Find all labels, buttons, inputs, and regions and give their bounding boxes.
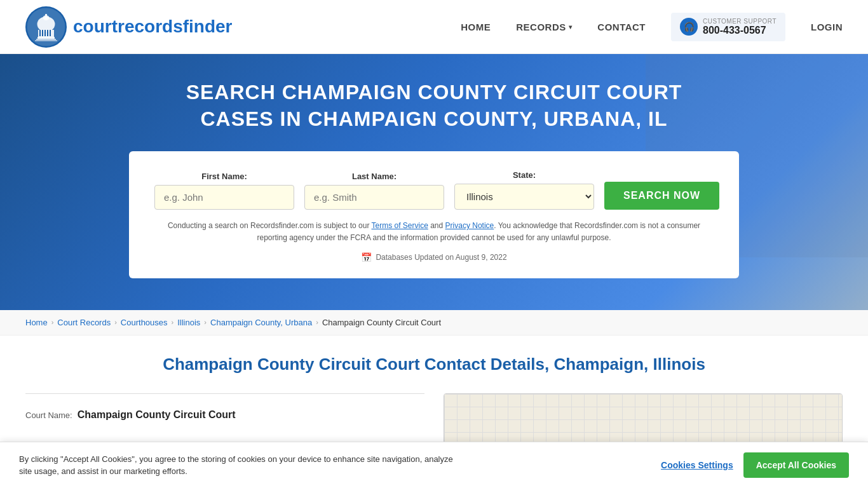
- court-name-label: Court Name:: [25, 410, 72, 420]
- last-name-label: Last Name:: [304, 172, 444, 181]
- logo-icon: [25, 6, 67, 48]
- first-name-label: First Name:: [154, 172, 294, 181]
- header: courtrecordsfinder HOME RECORDS ▾ CONTAC…: [0, 0, 868, 54]
- breadcrumb-champaign-urbana[interactable]: Champaign County, Urbana: [210, 318, 312, 327]
- svg-rect-10: [50, 30, 51, 36]
- first-name-input[interactable]: [154, 185, 294, 210]
- svg-rect-5: [45, 14, 47, 19]
- breadcrumb-sep-5: ›: [316, 318, 318, 326]
- search-fields: First Name: Last Name: State: Illinois A…: [154, 170, 714, 210]
- headphone-icon: 🎧: [680, 18, 698, 36]
- search-disclaimer: Conducting a search on Recordsfinder.com…: [154, 220, 714, 244]
- svg-rect-11: [37, 37, 55, 39]
- breadcrumb-sep-4: ›: [204, 318, 207, 326]
- chevron-down-icon: ▾: [569, 24, 573, 30]
- first-name-field-group: First Name:: [154, 172, 294, 210]
- customer-support-area[interactable]: 🎧 CUSTOMER SUPPORT 800-433-0567: [671, 13, 785, 41]
- nav-home[interactable]: HOME: [461, 22, 491, 32]
- cookie-text: By clicking "Accept All Cookies", you ag…: [19, 453, 464, 478]
- svg-rect-6: [39, 30, 41, 36]
- cookie-actions: Cookies Settings Accept All Cookies: [661, 452, 849, 478]
- svg-rect-9: [47, 30, 48, 36]
- svg-rect-12: [36, 39, 56, 40]
- page-heading: Champaign County Circuit Court Contact D…: [25, 355, 843, 374]
- court-name-value: Champaign County Circuit Court: [78, 409, 236, 421]
- breadcrumb-illinois[interactable]: Illinois: [177, 318, 200, 327]
- support-phone: 800-433-0567: [703, 25, 776, 36]
- breadcrumb-sep-1: ›: [51, 318, 54, 326]
- db-updated: 📅 Databases Updated on August 9, 2022: [154, 252, 714, 262]
- breadcrumb-courthouses[interactable]: Courthouses: [121, 318, 168, 327]
- breadcrumb-home[interactable]: Home: [25, 318, 48, 327]
- calendar-icon: 📅: [361, 252, 372, 262]
- svg-rect-8: [44, 30, 46, 36]
- breadcrumb-court-records[interactable]: Court Records: [57, 318, 111, 327]
- svg-rect-7: [42, 30, 43, 36]
- privacy-notice-link[interactable]: Privacy Notice: [445, 221, 494, 230]
- last-name-input[interactable]: [304, 185, 444, 210]
- last-name-field-group: Last Name:: [304, 172, 444, 210]
- logo-text: courtrecordsfinder: [73, 17, 233, 37]
- breadcrumb: Home › Court Records › Courthouses › Ill…: [0, 310, 868, 336]
- detail-section: Court Name: Champaign County Circuit Cou…: [25, 393, 424, 426]
- cookies-settings-button[interactable]: Cookies Settings: [661, 460, 733, 470]
- main-nav: HOME RECORDS ▾ CONTACT 🎧 CUSTOMER SUPPOR…: [461, 13, 843, 41]
- state-label: State:: [454, 170, 594, 180]
- terms-of-service-link[interactable]: Terms of Service: [372, 221, 428, 230]
- accept-all-cookies-button[interactable]: Accept All Cookies: [743, 452, 849, 478]
- breadcrumb-sep-2: ›: [114, 318, 117, 326]
- nav-login[interactable]: LOGIN: [811, 22, 843, 32]
- search-button[interactable]: SEARCH NOW: [604, 182, 719, 210]
- state-select[interactable]: Illinois Alabama Alaska Arizona Californ…: [454, 184, 594, 210]
- search-card: First Name: Last Name: State: Illinois A…: [129, 151, 739, 278]
- nav-contact[interactable]: CONTACT: [597, 22, 646, 32]
- state-field-group: State: Illinois Alabama Alaska Arizona C…: [454, 170, 594, 210]
- court-name-row: Court Name: Champaign County Circuit Cou…: [25, 404, 424, 426]
- hero-section: SEARCH CHAMPAIGN COUNTY CIRCUIT COURT CA…: [0, 54, 868, 310]
- svg-rect-13: [35, 40, 57, 41]
- support-label: CUSTOMER SUPPORT: [703, 18, 776, 25]
- logo-area[interactable]: courtrecordsfinder: [25, 6, 233, 48]
- cookie-banner: By clicking "Accept All Cookies", you ag…: [0, 442, 868, 488]
- breadcrumb-sep-3: ›: [172, 318, 174, 326]
- nav-records[interactable]: RECORDS ▾: [516, 22, 572, 32]
- hero-title: SEARCH CHAMPAIGN COUNTY CIRCUIT COURT CA…: [148, 79, 720, 132]
- breadcrumb-current: Champaign County Circuit Court: [322, 318, 441, 327]
